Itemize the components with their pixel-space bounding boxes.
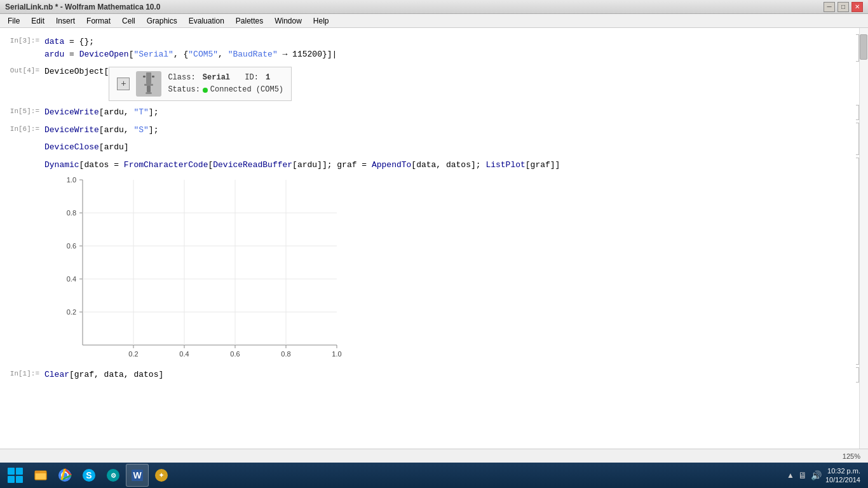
svg-text:0.6: 0.6 bbox=[67, 242, 76, 250]
svg-text:0.8: 0.8 bbox=[67, 209, 76, 217]
svg-text:⚙: ⚙ bbox=[111, 472, 116, 479]
zoom-level: 125% bbox=[843, 452, 860, 460]
start-button[interactable] bbox=[3, 464, 28, 487]
menu-evaluation[interactable]: Evaluation bbox=[184, 15, 229, 27]
code-line: Clear[graf, data, datos] bbox=[44, 369, 850, 381]
svg-text:1.0: 1.0 bbox=[332, 350, 341, 358]
menu-help[interactable]: Help bbox=[308, 15, 334, 27]
usb-icon bbox=[140, 72, 158, 95]
svg-text:✦: ✦ bbox=[158, 471, 165, 480]
cell-label-in6: In[6]:= bbox=[0, 124, 44, 133]
menu-graphics[interactable]: Graphics bbox=[142, 15, 182, 27]
svg-text:0.4: 0.4 bbox=[179, 350, 189, 358]
skype-icon: S bbox=[81, 468, 97, 483]
clock-time: 10:32 p.m. bbox=[825, 466, 860, 475]
menu-cell[interactable]: Cell bbox=[117, 15, 140, 27]
scrollbar-thumb[interactable] bbox=[860, 34, 867, 60]
cell-label-in3: In[3]:= bbox=[0, 36, 44, 44]
svg-rect-37 bbox=[8, 468, 15, 475]
taskbar: S ⚙ W ✦ ▲ 🖥 🔊 10:32 p.m. 10/12/2014 bbox=[0, 463, 868, 488]
device-popup: + bbox=[109, 67, 292, 101]
cell-content-in3[interactable]: data = {}; ardu = DeviceOpen["Serial", {… bbox=[44, 36, 850, 60]
menu-file[interactable]: File bbox=[3, 15, 25, 27]
cell-content-dynamic[interactable]: Dynamic[datos = FromCharacterCode[Device… bbox=[44, 159, 850, 364]
plot-area: 0.2 0.4 0.6 0.8 1.0 0.2 0.4 0.6 0.8 1.0 bbox=[44, 173, 850, 361]
cell-in1: In[1]:= Clear[graf, data, datos] bbox=[0, 366, 859, 384]
menu-edit[interactable]: Edit bbox=[26, 15, 50, 27]
close-button[interactable]: ✕ bbox=[851, 2, 863, 12]
code-line: DeviceWrite[ardu, "T"]; bbox=[44, 106, 850, 119]
list-plot: 0.2 0.4 0.6 0.8 1.0 0.2 0.4 0.6 0.8 1.0 bbox=[44, 173, 349, 361]
system-clock[interactable]: 10:32 p.m. 10/12/2014 bbox=[825, 466, 860, 485]
device-info: Class: Serial ID: 1 Status: Connected (C… bbox=[168, 72, 283, 96]
code-line: DeviceClose[ardu] bbox=[44, 141, 850, 154]
code-line: data = {}; bbox=[44, 36, 850, 48]
taskbar-skype-button[interactable]: S bbox=[78, 464, 100, 487]
title-bar: SerialLink.nb * - Wolfram Mathematica 10… bbox=[0, 0, 868, 14]
cell-label-in5: In[5]:= bbox=[0, 106, 44, 115]
taskbar-chrome-button[interactable] bbox=[53, 464, 76, 487]
taskbar-word-button[interactable]: W bbox=[126, 464, 149, 487]
svg-rect-6 bbox=[83, 180, 337, 345]
svg-text:0.4: 0.4 bbox=[67, 275, 76, 283]
svg-text:W: W bbox=[133, 470, 142, 480]
taskbar-mathematica-button[interactable]: ✦ bbox=[150, 464, 173, 487]
device-status-line: Status: Connected (COM5) bbox=[168, 84, 283, 96]
svg-rect-39 bbox=[8, 476, 15, 483]
mathematica-icon: ✦ bbox=[154, 468, 169, 483]
tray-up-arrow[interactable]: ▲ bbox=[787, 471, 794, 480]
svg-text:S: S bbox=[86, 470, 92, 480]
cell-content-in6[interactable]: DeviceWrite[ardu, "S"]; DeviceClose[ardu… bbox=[44, 124, 850, 154]
svg-rect-0 bbox=[146, 72, 151, 84]
device-icon bbox=[136, 71, 161, 97]
svg-text:0.2: 0.2 bbox=[128, 350, 138, 358]
svg-rect-5 bbox=[152, 76, 154, 78]
code-line: ardu = DeviceOpen["Serial", {"COM5", "Ba… bbox=[44, 48, 850, 61]
popup-add-button[interactable]: + bbox=[117, 78, 130, 90]
device-class-line: Class: Serial ID: 1 bbox=[168, 72, 283, 84]
chrome-icon bbox=[57, 468, 72, 483]
device-object-text: DeviceObject[ bbox=[44, 65, 109, 78]
scrollbar-track[interactable] bbox=[859, 28, 868, 449]
status-indicator bbox=[203, 88, 208, 93]
code-line-dynamic: Dynamic[datos = FromCharacterCode[Device… bbox=[44, 159, 850, 172]
taskbar-explorer-button[interactable] bbox=[29, 464, 52, 487]
taskbar-arduino-button[interactable]: ⚙ bbox=[102, 464, 125, 487]
window-title: SerialLink.nb * - Wolfram Mathematica 10… bbox=[5, 3, 161, 11]
cell-in6: In[6]:= DeviceWrite[ardu, "S"]; DeviceCl… bbox=[0, 121, 859, 156]
svg-text:0.8: 0.8 bbox=[281, 350, 290, 358]
menu-window[interactable]: Window bbox=[269, 15, 307, 27]
cell-dynamic: Dynamic[datos = FromCharacterCode[Device… bbox=[0, 156, 859, 367]
clock-date: 10/12/2014 bbox=[825, 475, 860, 484]
network-icon: 🖥 bbox=[798, 470, 807, 480]
word-icon: W bbox=[130, 468, 145, 483]
cell-content-in5[interactable]: DeviceWrite[ardu, "T"]; bbox=[44, 106, 850, 119]
cell-in3: In[3]:= data = {}; ardu = DeviceOpen["Se… bbox=[0, 33, 859, 63]
svg-text:0.2: 0.2 bbox=[67, 308, 76, 316]
cell-label-dynamic bbox=[0, 159, 44, 160]
svg-text:0.6: 0.6 bbox=[230, 350, 240, 358]
cell-in5: In[5]:= DeviceWrite[ardu, "T"]; bbox=[0, 104, 859, 121]
svg-text:1.0: 1.0 bbox=[67, 176, 76, 184]
menu-format[interactable]: Format bbox=[81, 15, 116, 27]
menu-palettes[interactable]: Palettes bbox=[231, 15, 268, 27]
minimize-button[interactable]: ─ bbox=[824, 2, 835, 12]
svg-rect-4 bbox=[143, 76, 146, 78]
svg-rect-42 bbox=[35, 473, 46, 480]
svg-rect-38 bbox=[16, 468, 23, 475]
file-explorer-icon bbox=[33, 468, 48, 483]
window-controls: ─ □ ✕ bbox=[824, 2, 863, 12]
svg-rect-2 bbox=[147, 86, 151, 92]
menu-insert[interactable]: Insert bbox=[51, 15, 80, 27]
svg-rect-1 bbox=[144, 84, 153, 86]
maximize-button[interactable]: □ bbox=[837, 2, 849, 12]
svg-rect-40 bbox=[16, 476, 23, 483]
cell-content-in1[interactable]: Clear[graf, data, datos] bbox=[44, 369, 850, 381]
cell-content-out4: DeviceObject[ + bbox=[44, 65, 859, 101]
notebook-content[interactable]: In[3]:= data = {}; ardu = DeviceOpen["Se… bbox=[0, 28, 859, 449]
cell-label-in1: In[1]:= bbox=[0, 369, 44, 377]
volume-icon: 🔊 bbox=[811, 470, 822, 480]
cell-spacer bbox=[44, 136, 850, 141]
svg-rect-3 bbox=[146, 92, 152, 94]
status-bar: 125% bbox=[0, 449, 868, 463]
